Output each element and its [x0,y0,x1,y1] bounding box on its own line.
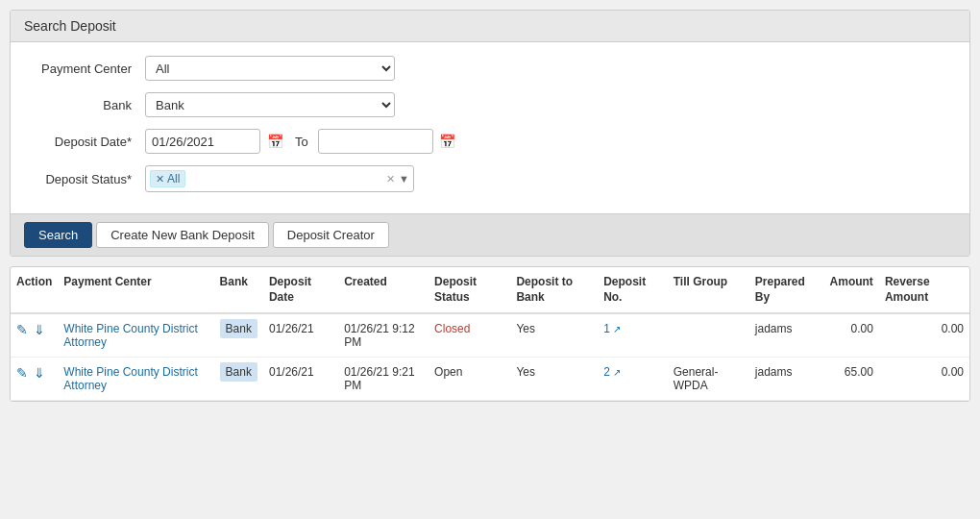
col-reverse-amount: Reverse Amount [879,267,969,313]
cell-created: 01/26/21 9:21 PM [338,358,429,401]
cell-reverse-amount: 0.00 [879,313,969,358]
edit-icon[interactable]: ✎ [16,365,28,381]
results-table: Action Payment Center Bank Deposit Date … [11,267,969,401]
cell-action: ✎ ⇓ [11,313,58,358]
col-payment-center: Payment Center [58,267,213,313]
cell-till-group: General-WPDA [668,358,749,401]
cell-deposit-no: 1 ↗ [598,313,668,358]
deposit-status-row: Deposit Status* ✕ All ✕ ▼ [30,165,950,192]
payment-center-link[interactable]: White Pine County District Attorney [63,322,197,349]
deposit-status-multiselect[interactable]: ✕ All ✕ ▼ [145,165,414,192]
cell-till-group [668,313,749,358]
cell-deposit-to-bank: Yes [510,313,598,358]
payment-center-row: Payment Center All [30,56,950,81]
deposit-creator-button[interactable]: Deposit Creator [273,222,389,248]
multiselect-arrow-icon[interactable]: ▼ [399,173,409,185]
results-panel: Action Payment Center Bank Deposit Date … [10,266,970,402]
deposit-date-to-input[interactable] [318,129,433,154]
create-deposit-button[interactable]: Create New Bank Deposit [96,222,269,248]
date-range: 01/26/2021 📅 To 📅 [145,129,458,154]
download-icon[interactable]: ⇓ [34,322,45,337]
bank-row: Bank Bank [30,92,950,117]
col-action: Action [11,267,58,313]
col-prepared-by: Prepared By [749,267,824,313]
bank-badge: Bank [220,319,257,338]
calendar-from-icon[interactable]: 📅 [264,131,285,152]
multiselect-clear-icon[interactable]: ✕ [386,173,395,185]
cell-deposit-status: Open [429,358,510,401]
cell-action: ✎ ⇓ [11,358,58,401]
cell-reverse-amount: 0.00 [879,358,969,401]
bank-label: Bank [30,98,145,112]
col-deposit-date: Deposit Date [263,267,338,313]
cell-bank: Bank [214,313,263,358]
cell-amount: 0.00 [824,313,879,358]
col-created: Created [338,267,429,313]
panel-header: Search Deposit [11,11,969,42]
payment-center-label: Payment Center [30,62,145,76]
col-deposit-no: Deposit No. [598,267,668,313]
deposit-status-tag: ✕ All [150,170,185,187]
table-row: ✎ ⇓ White Pine County District Attorney … [11,313,969,358]
deposit-no-link[interactable]: 1 ↗ [603,322,621,335]
cell-prepared-by: jadams [749,358,824,401]
search-panel: Search Deposit Payment Center All Bank B… [10,10,970,257]
cell-amount: 65.00 [824,358,879,401]
panel-title: Search Deposit [24,18,116,34]
col-bank: Bank [214,267,263,313]
deposit-status-label: Deposit Status* [30,172,145,186]
cell-deposit-date: 01/26/21 [263,313,338,358]
cell-prepared-by: jadams [749,313,824,358]
col-till-group: Till Group [668,267,749,313]
deposit-date-label: Deposit Date* [30,135,145,149]
cell-payment-center: White Pine County District Attorney [58,358,213,401]
tag-remove-icon[interactable]: ✕ [156,173,164,185]
search-form: Payment Center All Bank Bank Deposit Dat… [11,42,969,213]
bank-badge: Bank [220,362,257,382]
download-icon[interactable]: ⇓ [34,365,45,381]
cell-payment-center: White Pine County District Attorney [58,313,213,358]
cell-deposit-status: Closed [429,313,510,358]
cell-deposit-date: 01/26/21 [263,358,338,401]
cell-deposit-no: 2 ↗ [598,358,668,401]
cell-bank: Bank [214,358,263,401]
search-button[interactable]: Search [24,222,92,248]
deposit-date-from-input[interactable]: 01/26/2021 [145,129,260,154]
tag-label: All [167,172,180,185]
edit-icon[interactable]: ✎ [16,322,28,337]
deposit-no-link[interactable]: 2 ↗ [603,365,621,379]
bank-select[interactable]: Bank [145,92,395,117]
payment-center-link[interactable]: White Pine County District Attorney [63,365,197,392]
table-header-row: Action Payment Center Bank Deposit Date … [11,267,969,313]
table-row: ✎ ⇓ White Pine County District Attorney … [11,358,969,401]
toolbar: Search Create New Bank Deposit Deposit C… [11,213,969,256]
main-container: Search Deposit Payment Center All Bank B… [0,0,980,519]
to-label: To [295,135,308,149]
col-deposit-status: Deposit Status [429,267,510,313]
col-deposit-to-bank: Deposit to Bank [510,267,598,313]
deposit-date-row: Deposit Date* 01/26/2021 📅 To 📅 [30,129,950,154]
cell-created: 01/26/21 9:12 PM [338,313,429,358]
payment-center-select[interactable]: All [145,56,395,81]
cell-deposit-to-bank: Yes [510,358,598,401]
col-amount: Amount [824,267,879,313]
calendar-to-icon[interactable]: 📅 [437,131,458,152]
